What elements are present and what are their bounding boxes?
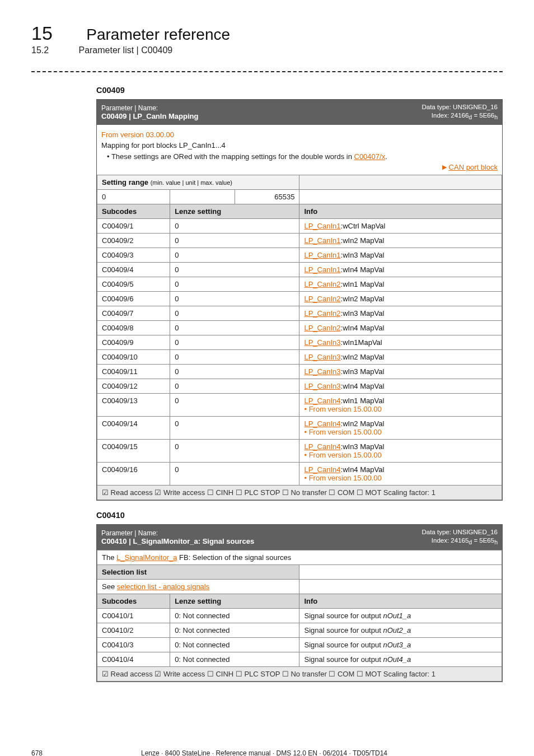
info-cell: Signal source for output nOut2_a: [299, 623, 502, 638]
lenze-setting-cell: 0: [170, 335, 299, 350]
table-row: C00409/20LP_CanIn1:wIn2 MapVal: [97, 234, 502, 248]
can-port-block-link[interactable]: CAN port block: [449, 163, 498, 171]
table-row: C00409/120LP_CanIn3:wIn4 MapVal: [97, 379, 502, 394]
info-em: nOut2_a: [383, 626, 411, 634]
info-link[interactable]: LP_CanIn4: [304, 465, 340, 474]
table-head-label: Parameter | Name:: [101, 104, 413, 112]
info-link[interactable]: LP_CanIn2: [304, 324, 340, 332]
info-link[interactable]: LP_CanIn3: [304, 353, 340, 361]
table-row: C00409/160LP_CanIn4:wIn4 MapVal• From ve…: [97, 463, 502, 486]
table-footer: ☑ Read access ☑ Write access ☐ CINH ☐ PL…: [97, 486, 502, 500]
info-link[interactable]: LP_CanIn2: [304, 309, 340, 318]
info-cell: LP_CanIn1:wCtrl MapVal: [299, 219, 502, 234]
info-cell: LP_CanIn3:wIn3 MapVal: [299, 365, 502, 379]
info-cell: LP_CanIn3:wIn2 MapVal: [299, 350, 502, 365]
info-link[interactable]: LP_CanIn1: [304, 265, 340, 274]
table-row: C00410/20: Not connectedSignal source fo…: [97, 623, 502, 638]
desc-version: From version 03.00.00: [101, 129, 498, 141]
info-cell: Signal source for output nOut4_a: [299, 652, 502, 667]
subcode-cell: C00409/8: [97, 321, 170, 335]
info-em: nOut1_a: [383, 612, 411, 620]
table-c00409: Parameter | Name: C00409 | LP_CanIn Mapp…: [96, 99, 503, 501]
param-anchor-c00410: C00410: [96, 511, 503, 520]
lenze-setting-cell: 0: [170, 263, 299, 277]
info-link[interactable]: LP_CanIn1: [304, 236, 340, 245]
lenze-setting-cell: 0: [170, 234, 299, 248]
info-link[interactable]: LP_CanIn4: [304, 396, 340, 405]
info-cell: LP_CanIn3:wIn4 MapVal: [299, 379, 502, 394]
subcode-cell: C00409/16: [97, 463, 170, 486]
table-head-name: C00410 | L_SignalMonitor_a: Signal sourc…: [101, 537, 413, 545]
col-info: Info: [299, 204, 502, 219]
info-extra: • From version 15.00.00: [304, 451, 497, 459]
info-cell: LP_CanIn2:wIn2 MapVal: [299, 292, 502, 306]
info-link[interactable]: LP_CanIn4: [304, 419, 340, 428]
table-row: C00409/140LP_CanIn4:wIn2 MapVal• From ve…: [97, 417, 502, 440]
info-cell: LP_CanIn4:wIn2 MapVal• From version 15.0…: [299, 417, 502, 440]
info-cell: Signal source for output nOut1_a: [299, 609, 502, 623]
subcode-cell: C00409/9: [97, 335, 170, 350]
info-link[interactable]: LP_CanIn1: [304, 251, 340, 259]
info-link[interactable]: LP_CanIn3: [304, 367, 340, 376]
table-row: C00410/10: Not connectedSignal source fo…: [97, 609, 502, 623]
param-anchor-c00409: C00409: [96, 86, 503, 95]
desc-bullet-post: .: [385, 152, 387, 161]
subcode-cell: C00410/4: [97, 652, 170, 667]
subcode-cell: C00409/6: [97, 292, 170, 306]
table-footer: ☑ Read access ☑ Write access ☐ CINH ☐ PL…: [97, 667, 502, 682]
subcode-cell: C00410/1: [97, 609, 170, 623]
col-lenze: Lenze setting: [170, 204, 299, 219]
lenze-setting-cell: 0: [170, 277, 299, 292]
table-row: C00409/100LP_CanIn3:wIn2 MapVal: [97, 350, 502, 365]
desc-bullet-pre: • These settings are ORed with the mappi…: [107, 152, 354, 161]
info-cell: LP_CanIn2:wIn4 MapVal: [299, 321, 502, 335]
lenze-setting-cell: 0: [170, 248, 299, 263]
lenze-setting-cell: 0: [170, 321, 299, 335]
col-info: Info: [299, 594, 502, 609]
table-row: C00409/110LP_CanIn3:wIn3 MapVal: [97, 365, 502, 379]
selection-list-link[interactable]: selection list - analog signals: [117, 582, 209, 591]
section-number: 15.2: [31, 45, 76, 55]
table-c00410: Parameter | Name: C00410 | L_SignalMonit…: [96, 524, 503, 682]
range-min: 0: [97, 190, 170, 204]
lenze-setting-cell: 0: [170, 365, 299, 379]
section-title: Parameter list | C00409: [78, 45, 172, 55]
info-link[interactable]: LP_CanIn2: [304, 295, 340, 303]
table-row: C00410/40: Not connectedSignal source fo…: [97, 652, 502, 667]
desc-bullet-link[interactable]: C00407/x: [354, 152, 386, 161]
info-extra: • From version 15.00.00: [304, 405, 497, 413]
subcode-cell: C00409/14: [97, 417, 170, 440]
subcode-cell: C00409/10: [97, 350, 170, 365]
table-row: C00409/50LP_CanIn2:wIn1 MapVal: [97, 277, 502, 292]
table-head-datatype: Data type: UNSIGNED_16: [421, 528, 498, 536]
table-row: C00410/30: Not connectedSignal source fo…: [97, 638, 502, 652]
info-cell: LP_CanIn4:wIn1 MapVal• From version 15.0…: [299, 394, 502, 417]
chapter-number: 15: [31, 22, 53, 44]
info-cell: LP_CanIn4:wIn4 MapVal• From version 15.0…: [299, 463, 502, 486]
page-number: 678: [31, 749, 43, 756]
lenze-setting-cell: 0: [170, 306, 299, 321]
lenze-setting-cell: 0: [170, 379, 299, 394]
desc-mapping: Mapping for port blocks LP_CanIn1...4: [101, 140, 498, 151]
info-link[interactable]: LP_CanIn4: [304, 442, 340, 451]
subcode-cell: C00409/5: [97, 277, 170, 292]
info-cell: LP_CanIn1:wIn3 MapVal: [299, 248, 502, 263]
lenze-setting-cell: 0: Not connected: [170, 652, 299, 667]
table-head-name: C00409 | LP_CanIn Mapping: [101, 112, 413, 120]
desc-link[interactable]: L_SignalMonitor_a: [116, 553, 177, 562]
table-head-index: Index: 24166d = 5E66h: [421, 111, 498, 122]
lenze-setting-cell: 0: [170, 394, 299, 417]
subcode-cell: C00410/2: [97, 623, 170, 638]
table-head-label: Parameter | Name:: [101, 529, 413, 537]
info-link[interactable]: LP_CanIn3: [304, 382, 340, 390]
info-link[interactable]: LP_CanIn1: [304, 222, 340, 230]
subcode-cell: C00409/11: [97, 365, 170, 379]
info-link[interactable]: LP_CanIn3: [304, 338, 340, 347]
info-cell: LP_CanIn4:wIn3 MapVal• From version 15.0…: [299, 440, 502, 463]
subcode-cell: C00409/13: [97, 394, 170, 417]
info-extra: • From version 15.00.00: [304, 428, 497, 436]
table-head-index: Index: 24165d = 5E65h: [421, 536, 498, 547]
info-link[interactable]: LP_CanIn2: [304, 280, 340, 288]
subcode-cell: C00409/4: [97, 263, 170, 277]
subcode-cell: C00409/3: [97, 248, 170, 263]
